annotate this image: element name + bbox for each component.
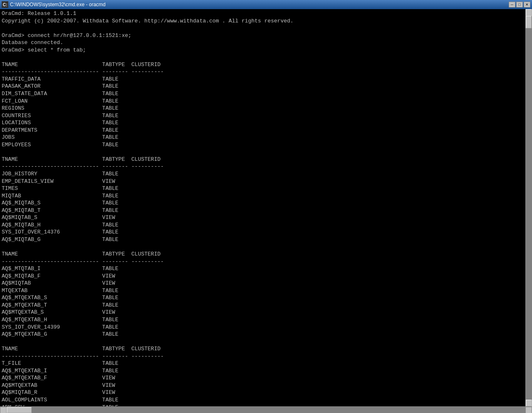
- scroll-down-button[interactable]: ▼: [526, 400, 532, 406]
- scroll-left-button[interactable]: ◄: [0, 407, 7, 413]
- window-title: C:\WINDOWS\system32\cmd.exe - oracmd: [10, 2, 509, 7]
- terminal-output: OraCmd: Release 1.0.1.1 Copyright (c) 20…: [2, 10, 518, 406]
- main-window: C: C:\WINDOWS\system32\cmd.exe - oracmd …: [0, 0, 532, 413]
- scroll-up-button[interactable]: ▲: [526, 9, 532, 16]
- title-bar: C: C:\WINDOWS\system32\cmd.exe - oracmd …: [0, 0, 532, 9]
- close-button[interactable]: ✕: [524, 2, 530, 7]
- window-icon-text: C:: [3, 2, 7, 7]
- horizontal-scrollbar[interactable]: ◄ ►: [0, 406, 532, 413]
- scroll-track-h[interactable]: [7, 407, 525, 413]
- restore-button[interactable]: □: [516, 2, 523, 7]
- minimize-button[interactable]: ─: [509, 2, 515, 7]
- scroll-thumb-v[interactable]: [526, 16, 532, 28]
- terminal-area[interactable]: OraCmd: Release 1.0.1.1 Copyright (c) 20…: [0, 9, 525, 406]
- scroll-thumb-h[interactable]: [7, 407, 32, 413]
- scroll-right-button[interactable]: ►: [525, 407, 532, 413]
- vertical-scrollbar[interactable]: ▲ ▼: [525, 9, 532, 406]
- scroll-track-v[interactable]: [526, 16, 532, 400]
- window-icon: C:: [2, 1, 8, 8]
- title-bar-buttons: ─ □ ✕: [509, 2, 530, 7]
